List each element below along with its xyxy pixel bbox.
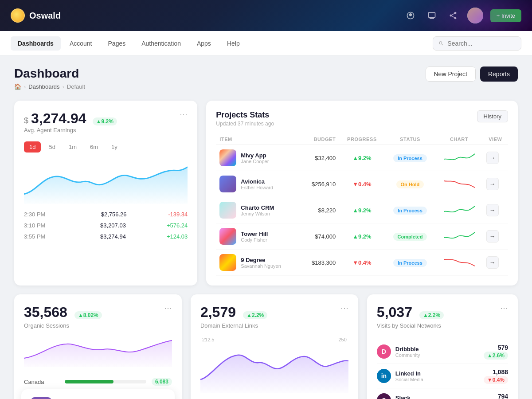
project-view-btn-3[interactable]: → (486, 230, 499, 243)
social-row: S Slack Communication 794 ▲0.2% (377, 388, 508, 399)
earnings-header: $ 3,274.94 ▲9.2% Avg. Agent Earnings ⋯ (24, 110, 188, 140)
table-row: 9 Degree Savannah Nguyen $183,300 ▼0.4% … (216, 250, 508, 276)
projects-card: Projects Stats Updated 37 minutes ago Hi… (206, 101, 518, 286)
project-item-0: Mivy App Jane Cooper (216, 145, 301, 171)
domain-value: 2,579 (200, 304, 236, 321)
social-details-0: Dribbble Community (395, 346, 420, 358)
project-chart-0 (435, 145, 482, 171)
table-header-row: ITEM BUDGET PROGRESS STATUS CHART VIEW (216, 134, 508, 145)
social-row: in Linked In Social Media 1,088 ▼0.4% (377, 364, 508, 388)
project-item-3: Tower Hill Cody Fisher (216, 223, 301, 250)
domain-more-button[interactable]: ⋯ (340, 304, 348, 312)
projects-table: ITEM BUDGET PROGRESS STATUS CHART VIEW M… (216, 134, 508, 276)
time-btn-1y[interactable]: 1y (106, 141, 123, 153)
project-view-btn-1[interactable]: → (486, 178, 499, 190)
sessions-badge: ▲8.02% (74, 311, 102, 319)
project-progress-3: ▲9.2% (339, 223, 384, 250)
table-row: Tower Hill Cody Fisher $74,000 ▲9.2% Com… (216, 223, 508, 250)
earnings-row-1: 2:30 PM $2,756.26 -139.34 (24, 211, 188, 218)
domain-chart (200, 344, 348, 397)
topbar-monitor-icon[interactable] (425, 8, 439, 23)
nav-item-help[interactable]: Help (220, 36, 247, 51)
social-count-1: 1,088 (480, 368, 508, 376)
project-view-4: → (483, 250, 508, 276)
project-status-2: In Process (385, 197, 436, 223)
earnings-label: Avg. Agent Earnings (24, 127, 117, 133)
time-btn-5d[interactable]: 5d (43, 141, 60, 153)
search-box (433, 36, 521, 51)
time-btn-6m[interactable]: 6m (85, 141, 103, 153)
nav-item-authentication[interactable]: Authentication (134, 36, 188, 51)
earnings-rows: 2:30 PM $2,756.26 -139.34 3:10 PM $3,207… (24, 211, 188, 240)
social-value: 5,037 (377, 304, 412, 321)
time-btn-1m[interactable]: 1m (63, 141, 82, 153)
social-count-0: 579 (480, 344, 508, 351)
country-bar-0 (65, 380, 113, 383)
social-count-2: 794 (480, 393, 508, 399)
nav-item-account[interactable]: Account (63, 36, 99, 51)
country-row: Canada 6,083 (24, 378, 172, 386)
earnings-number: 3,274.94 (31, 110, 86, 127)
project-budget-2: $8,220 (301, 197, 339, 223)
social-badge-1: ▼0.4% (484, 376, 508, 384)
project-chart-4 (435, 250, 482, 276)
social-badge-0: ▲2.6% (484, 352, 508, 360)
er-amount-1: $2,756.26 (101, 211, 127, 218)
progress-badge-1: ▼0.4% (352, 181, 372, 188)
invite-button[interactable]: + Invite (490, 9, 521, 22)
project-view-btn-0[interactable]: → (486, 152, 499, 164)
time-btn-1d[interactable]: 1d (24, 141, 41, 153)
project-info-2: Charto CRM Jenny Wilson (241, 204, 274, 216)
project-budget-0: $32,400 (301, 145, 339, 171)
breadcrumb-dashboards[interactable]: Dashboards (28, 83, 59, 90)
history-button[interactable]: History (477, 110, 508, 122)
social-info-1: in Linked In Social Media (377, 369, 423, 383)
logo-icon (11, 8, 25, 23)
social-info-0: D Dribbble Community (377, 344, 420, 359)
topbar-share-icon[interactable] (446, 8, 460, 23)
sessions-value-wrap: 35,568 ▲8.02% Organic Sessions (24, 304, 102, 336)
social-row: D Dribbble Community 579 ▲2.6% (377, 340, 508, 364)
project-owner-2: Jenny Wilson (241, 211, 274, 216)
earnings-more-button[interactable]: ⋯ (180, 110, 188, 118)
progress-badge-0: ▲9.2% (352, 155, 372, 161)
social-name-0: Dribbble (395, 346, 420, 352)
nav-item-pages[interactable]: Pages (101, 36, 133, 51)
earnings-card: $ 3,274.94 ▲9.2% Avg. Agent Earnings ⋯ 1… (14, 101, 197, 286)
reports-button[interactable]: Reports (480, 66, 518, 82)
project-view-3: → (483, 223, 508, 250)
col-budget: BUDGET (301, 134, 339, 145)
page-title-area: Dashboard 🏠 › Dashboards › Default (14, 66, 85, 90)
project-item-1: Avionica Esther Howard (216, 171, 301, 197)
avatar[interactable] (467, 8, 483, 23)
social-badge: ▲2.2% (419, 311, 444, 319)
search-icon (438, 40, 444, 47)
er-amount-2: $3,207.03 (100, 222, 126, 229)
nav-item-apps[interactable]: Apps (190, 36, 218, 51)
col-status: STATUS (385, 134, 436, 145)
social-icon-1: in (377, 369, 391, 383)
progress-badge-4: ▼0.4% (352, 259, 372, 266)
social-type-1: Social Media (395, 377, 423, 382)
sessions-more-button[interactable]: ⋯ (164, 304, 172, 312)
project-view-btn-4[interactable]: → (486, 256, 499, 269)
breadcrumb: 🏠 › Dashboards › Default (14, 83, 85, 90)
country-name-0: Canada (24, 379, 59, 385)
project-budget-4: $183,300 (301, 250, 339, 276)
nav-item-dashboards[interactable]: Dashboards (11, 36, 61, 51)
project-budget-3: $74,000 (301, 223, 339, 250)
topbar-camera-icon[interactable] (403, 8, 418, 23)
social-more-button[interactable]: ⋯ (500, 304, 508, 312)
project-view-btn-2[interactable]: → (486, 204, 499, 216)
new-project-button[interactable]: New Project (426, 66, 476, 82)
topbar-right: + Invite (403, 8, 521, 23)
search-input[interactable] (447, 40, 516, 47)
project-item-4: 9 Degree Savannah Nguyen (216, 250, 301, 276)
app-title: Oswald (29, 11, 61, 21)
table-row: Avionica Esther Howard $256,910 ▼0.4% On… (216, 171, 508, 197)
earnings-row-2: 3:10 PM $3,207.03 +576.24 (24, 222, 188, 229)
main-grid: $ 3,274.94 ▲9.2% Avg. Agent Earnings ⋯ 1… (14, 101, 518, 286)
col-view: VIEW (483, 134, 508, 145)
project-budget-1: $256,910 (301, 171, 339, 197)
progress-badge-2: ▲9.2% (352, 207, 372, 214)
